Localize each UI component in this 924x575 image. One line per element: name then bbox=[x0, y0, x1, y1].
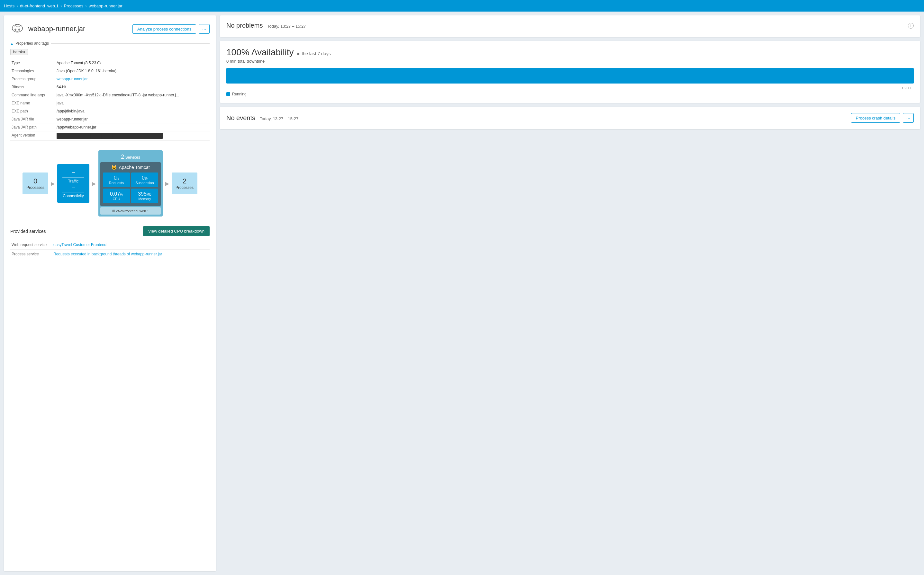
prop-key: Process group bbox=[10, 75, 55, 83]
host-icon: ⊞ bbox=[112, 209, 115, 213]
no-problems-title-group: No problems Today, 13:27 – 15:27 bbox=[226, 22, 306, 29]
provided-services-section: Provided services View detailed CPU brea… bbox=[10, 226, 210, 259]
availability-card: 100% Availability in the last 7 days 0 m… bbox=[220, 41, 920, 103]
prop-key: Technologies bbox=[10, 67, 55, 75]
properties-section-label: Properties and tags bbox=[10, 41, 210, 46]
prop-key: Bitness bbox=[10, 83, 55, 91]
metric-value: 395MB bbox=[134, 191, 156, 197]
problems-time-range: Today, 13:27 – 15:27 bbox=[267, 24, 306, 29]
prop-key: Type bbox=[10, 59, 55, 67]
prop-value: java -Xmx300m -Xss512k -Dfile.encoding=U… bbox=[55, 91, 210, 99]
events-title-group: No events Today, 13:27 – 15:27 bbox=[226, 114, 298, 122]
connectivity-value: – bbox=[62, 183, 84, 190]
left-panel: webapp-runner.jar Analyze process connec… bbox=[4, 16, 216, 571]
bar-time-label: 15:00 bbox=[902, 86, 911, 90]
prop-key: EXE path bbox=[10, 107, 55, 115]
availability-period: in the last 7 days bbox=[297, 51, 331, 56]
right-processes-label: Processes bbox=[175, 185, 194, 190]
main-layout: webapp-runner.jar Analyze process connec… bbox=[0, 11, 924, 575]
metric-name: Memory bbox=[134, 197, 156, 201]
service-value[interactable]: Requests executed in background threads … bbox=[52, 249, 210, 259]
prop-value: java bbox=[55, 99, 210, 107]
process-crash-details-button[interactable]: Process crash details bbox=[851, 113, 900, 123]
service-count: 2 bbox=[121, 154, 124, 160]
service-inner: 🐱 Apache Tomcat 0/sRequests0%Suspension0… bbox=[100, 162, 161, 206]
section-header-row: Provided services View detailed CPU brea… bbox=[10, 226, 210, 236]
metric-name: CPU bbox=[105, 197, 127, 201]
tag-heroku[interactable]: heroku bbox=[10, 49, 28, 55]
prop-key: Java JAR path bbox=[10, 123, 55, 131]
service-key: Process service bbox=[10, 249, 52, 259]
breadcrumb-hosts[interactable]: Hosts bbox=[4, 3, 14, 8]
provided-services-title: Provided services bbox=[10, 229, 46, 234]
properties-table: TypeApache Tomcat (8.5.23.0)Technologies… bbox=[10, 59, 210, 141]
metric-value: 0.07% bbox=[105, 191, 127, 197]
service-key: Web request service bbox=[10, 240, 52, 249]
tomcat-icon: 🐱 bbox=[111, 165, 117, 170]
header-actions: Analyze process connections ··· bbox=[132, 24, 210, 34]
legend-dot bbox=[226, 92, 230, 96]
no-problems-header: No problems Today, 13:27 – 15:27 i bbox=[226, 22, 914, 29]
metric-name: Suspension bbox=[134, 181, 156, 185]
no-events-card: No events Today, 13:27 – 15:27 Process c… bbox=[220, 106, 920, 129]
service-name: Apache Tomcat bbox=[119, 165, 150, 170]
no-problems-card: No problems Today, 13:27 – 15:27 i bbox=[220, 16, 920, 37]
prop-value: ████████████████████ bbox=[55, 131, 210, 141]
metric-value: 0% bbox=[134, 175, 156, 181]
left-processes-label: Processes bbox=[26, 185, 45, 190]
process-icon bbox=[10, 22, 24, 36]
metric-box: 0%Suspension bbox=[131, 173, 158, 187]
prop-value: /app/webapp-runner.jar bbox=[55, 123, 210, 131]
breadcrumb-sep-1: › bbox=[16, 3, 18, 8]
prop-key: Agent version bbox=[10, 131, 55, 141]
process-name: webapp-runner.jar bbox=[28, 25, 85, 33]
no-problems-title: No problems bbox=[226, 22, 263, 29]
services-table: Web request serviceeasyTravel Customer F… bbox=[10, 240, 210, 259]
service-count-bar: 2 Services bbox=[100, 152, 161, 162]
svg-point-2 bbox=[14, 29, 16, 30]
prop-key: Java JAR file bbox=[10, 115, 55, 123]
info-icon[interactable]: i bbox=[908, 23, 914, 29]
prop-key: EXE name bbox=[10, 99, 55, 107]
service-value[interactable]: easyTravel Customer Frontend bbox=[52, 240, 210, 249]
events-header: No events Today, 13:27 – 15:27 Process c… bbox=[226, 113, 914, 123]
process-header: webapp-runner.jar Analyze process connec… bbox=[10, 22, 210, 36]
legend-label: Running bbox=[232, 92, 247, 96]
right-processes-count: 2 bbox=[175, 177, 194, 185]
events-more-options-button[interactable]: ··· bbox=[903, 113, 914, 123]
section-divider bbox=[51, 43, 210, 44]
breadcrumb-processes[interactable]: Processes bbox=[64, 3, 84, 8]
traffic-value: – bbox=[62, 168, 84, 175]
events-title: No events bbox=[226, 114, 255, 121]
availability-bar: 15:00 bbox=[226, 68, 914, 84]
breadcrumb-host[interactable]: dt-et-frontend_web.1 bbox=[20, 3, 59, 8]
service-metrics: 0/sRequests0%Suspension0.07%CPU395MBMemo… bbox=[103, 173, 158, 203]
availability-header: 100% Availability in the last 7 days bbox=[226, 47, 914, 57]
process-title-group: webapp-runner.jar bbox=[10, 22, 85, 36]
availability-percentage: 100% Availability bbox=[226, 47, 294, 57]
connectivity-label: Connectivity bbox=[62, 192, 84, 198]
prop-value[interactable]: webapp-runner.jar bbox=[55, 75, 210, 83]
prop-value: Java (OpenJDK 1.8.0_161-heroku) bbox=[55, 67, 210, 75]
prop-key: Command line args bbox=[10, 91, 55, 99]
flow-arrow-3: ▶ bbox=[165, 181, 169, 187]
service-card[interactable]: 2 Services 🐱 Apache Tomcat 0/sRequests0%… bbox=[99, 150, 162, 216]
section-title: Provided services bbox=[10, 229, 49, 234]
service-host[interactable]: ⊞ dt-et-frontend_web.1 bbox=[100, 207, 161, 214]
bar-legend: Running bbox=[226, 92, 914, 96]
more-options-button[interactable]: ··· bbox=[199, 24, 210, 34]
prop-value: webapp-runner.jar bbox=[55, 115, 210, 123]
metric-box: 395MBMemory bbox=[131, 189, 158, 203]
analyze-connections-button[interactable]: Analyze process connections bbox=[132, 24, 196, 34]
flow-right-processes[interactable]: 2 Processes bbox=[172, 173, 198, 194]
host-label: dt-et-frontend_web.1 bbox=[116, 209, 149, 213]
cpu-breakdown-button[interactable]: View detailed CPU breakdown bbox=[143, 226, 210, 236]
prop-value: /app/jdk/bin/java bbox=[55, 107, 210, 115]
flow-diagram: 0 Processes ▶ – Traffic – Connectivity ▶… bbox=[10, 147, 210, 220]
breadcrumb-sep-3: › bbox=[85, 3, 87, 8]
prop-value: Apache Tomcat (8.5.23.0) bbox=[55, 59, 210, 67]
flow-traffic-node[interactable]: – Traffic – Connectivity bbox=[57, 164, 89, 203]
flow-left-processes[interactable]: 0 Processes bbox=[22, 173, 48, 194]
downtime-text: 0 min total downtime bbox=[226, 59, 914, 64]
breadcrumb-current: webapp-runner.jar bbox=[89, 3, 123, 8]
